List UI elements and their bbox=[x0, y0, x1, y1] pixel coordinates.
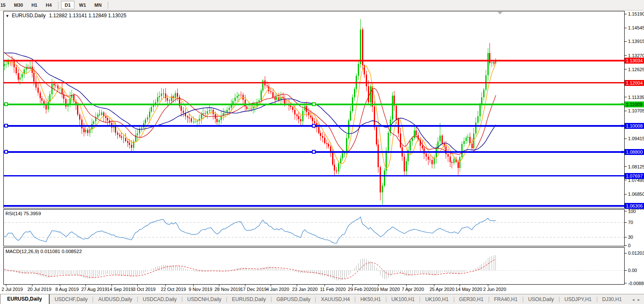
chart-tab-7-xauusdh4[interactable]: XAUUSD,H4 bbox=[316, 294, 355, 304]
svg-text:2 Jun 2020: 2 Jun 2020 bbox=[483, 287, 506, 292]
chart-tab-15-dj30h1[interactable]: DJ30,H1 bbox=[597, 294, 627, 304]
collapse-chart-icon[interactable]: ▼ bbox=[5, 14, 9, 18]
svg-text:27 Aug 2019: 27 Aug 2019 bbox=[81, 287, 107, 292]
svg-text:29 Feb 2020: 29 Feb 2020 bbox=[348, 287, 374, 292]
svg-text:1.15190: 1.15190 bbox=[628, 11, 644, 16]
svg-text:14 May 2020: 14 May 2020 bbox=[455, 287, 482, 292]
symbol-tab-bar: EURUSD,DailyUSDCHF,DailyAUDUSD,DailyUSDC… bbox=[0, 294, 644, 304]
svg-text:20 Jul 2019: 20 Jul 2019 bbox=[27, 287, 51, 292]
chart-tab-5-eurusddaily[interactable]: EURUSD,Daily bbox=[227, 294, 271, 304]
timeframe-button-m30[interactable]: M30 bbox=[10, 1, 27, 9]
svg-text:2 Jul 2019: 2 Jul 2019 bbox=[2, 287, 23, 292]
svg-text:1.06306: 1.06306 bbox=[626, 203, 643, 208]
rsi-indicator-label: RSI(14) 75.3959 bbox=[5, 211, 41, 216]
chart-tab-2-audusddaily[interactable]: AUDUSD,Daily bbox=[93, 294, 137, 304]
timeframe-button-h4[interactable]: H4 bbox=[42, 1, 56, 9]
chart-tab-6-gbpusddaily[interactable]: GBPUSD,Daily bbox=[271, 294, 316, 304]
svg-text:0: 0 bbox=[628, 243, 631, 248]
rsi-panel[interactable] bbox=[4, 210, 625, 246]
svg-text:25 Apr 2020: 25 Apr 2020 bbox=[429, 287, 454, 292]
svg-text:-0.008885: -0.008885 bbox=[628, 281, 644, 286]
date-axis: 2 Jul 201920 Jul 20198 Aug 201927 Aug 20… bbox=[2, 285, 506, 292]
svg-text:1.11335: 1.11335 bbox=[628, 95, 644, 100]
toolbar-separator bbox=[108, 2, 108, 9]
chart-tab-12-fra40h1[interactable]: FRA40,H1 bbox=[489, 294, 523, 304]
svg-text:1.08125: 1.08125 bbox=[628, 164, 644, 169]
macd-indicator-label: MACD(12,26,9) 0.011081 0.008522 bbox=[5, 249, 82, 254]
svg-text:1.11009: 1.11009 bbox=[626, 102, 642, 107]
tab-scroll-left-icon[interactable]: ◂ bbox=[632, 297, 634, 302]
tab-scroll-nav: ◂▸ bbox=[628, 294, 644, 304]
rsi-value: 75.3959 bbox=[24, 211, 41, 216]
hline-axis-handle[interactable] bbox=[621, 151, 623, 153]
svg-text:7 Apr 2020: 7 Apr 2020 bbox=[402, 287, 424, 292]
svg-text:0.00: 0.00 bbox=[628, 268, 637, 273]
svg-text:1.12004: 1.12004 bbox=[626, 80, 643, 85]
chart-tab-8-hk50h1[interactable]: HK50,H1 bbox=[355, 294, 386, 304]
svg-text:9 Nov 2019: 9 Nov 2019 bbox=[189, 287, 212, 292]
timeframe-button-h1[interactable]: H1 bbox=[28, 1, 41, 9]
chart-symbol-label: EURUSD,Daily bbox=[12, 13, 46, 19]
svg-text:1.13270: 1.13270 bbox=[628, 53, 644, 58]
svg-text:14 Sep 2019: 14 Sep 2019 bbox=[107, 287, 133, 292]
macd-values: 0.011081 0.008522 bbox=[40, 249, 82, 254]
rsi-axis: 10070300 bbox=[625, 209, 636, 248]
chart-tab-0-eurusddaily[interactable]: EURUSD,Daily bbox=[0, 294, 50, 304]
chart-tab-3-usdcaddaily[interactable]: USDCAD,Daily bbox=[138, 294, 182, 304]
svg-text:1.08800: 1.08800 bbox=[626, 149, 643, 155]
svg-text:1.10008: 1.10008 bbox=[626, 123, 643, 128]
timeframe-button-15[interactable]: 15 bbox=[0, 1, 9, 9]
svg-text:1.12625: 1.12625 bbox=[628, 67, 644, 72]
timeframe-button-d1[interactable]: D1 bbox=[61, 1, 75, 9]
hline-handle[interactable] bbox=[5, 124, 8, 127]
macd-axis: 0.0120310.00-0.008885 bbox=[625, 251, 644, 285]
hline-axis-handle[interactable] bbox=[621, 125, 623, 127]
tab-scroll-right-icon[interactable]: ▸ bbox=[638, 297, 640, 302]
hline-handle[interactable] bbox=[5, 103, 8, 106]
chart-tab-9-uk100h1[interactable]: UK100,H1 bbox=[386, 294, 420, 304]
chart-tab-11-ger30h1[interactable]: GER30,H1 bbox=[454, 294, 489, 304]
hline-handle[interactable] bbox=[312, 103, 315, 106]
timeframe-toolbar: 15M30H1H4D1W1MN bbox=[0, 0, 644, 11]
svg-text:28 Nov 2019: 28 Nov 2019 bbox=[215, 287, 241, 292]
timeframe-button-w1[interactable]: W1 bbox=[75, 1, 90, 9]
svg-text:1.13034: 1.13034 bbox=[626, 58, 643, 63]
svg-text:23 Jan 2020: 23 Jan 2020 bbox=[292, 287, 318, 292]
macd-panel[interactable] bbox=[4, 248, 625, 285]
hline-axis-handle[interactable] bbox=[621, 103, 623, 105]
svg-text:1.06850: 1.06850 bbox=[628, 192, 644, 197]
price-axis: 1.151901.145451.139151.132701.126251.113… bbox=[625, 11, 644, 211]
chart-canvas[interactable]: 1.151901.145451.139151.132701.126251.113… bbox=[0, 0, 644, 304]
chart-tab-10-uk100h1[interactable]: UK100,H1 bbox=[420, 294, 453, 304]
svg-text:8 Aug 2019: 8 Aug 2019 bbox=[55, 287, 79, 292]
rsi-name: RSI(14) bbox=[5, 211, 22, 216]
chart-tab-14-usdjpyh1[interactable]: USDJPY,H1 bbox=[559, 294, 596, 304]
svg-text:1.14545: 1.14545 bbox=[628, 25, 644, 30]
terminal-window: 15M30H1H4D1W1MN 1.151901.145451.139151.1… bbox=[0, 0, 644, 304]
hline-handle[interactable] bbox=[5, 150, 8, 153]
timeframe-button-mn[interactable]: MN bbox=[90, 1, 105, 9]
chart-title: ▼EURUSD,Daily1.12882 1.13141 1.12849 1.1… bbox=[5, 13, 126, 19]
svg-text:1.10705: 1.10705 bbox=[628, 108, 644, 113]
chart-tab-13-usoildaily[interactable]: USOil,Daily bbox=[523, 294, 559, 304]
chart-ohlc-values: 1.12882 1.13141 1.12849 1.13025 bbox=[49, 13, 127, 19]
toolbar-separator bbox=[58, 2, 59, 9]
svg-text:70: 70 bbox=[628, 220, 633, 225]
svg-text:1.07697: 1.07697 bbox=[626, 173, 643, 179]
chart-tab-4-usdcnhdaily[interactable]: USDCNH,Daily bbox=[182, 294, 226, 304]
svg-text:100: 100 bbox=[628, 209, 636, 214]
chart-tab-1-usdchfdaily[interactable]: USDCHF,Daily bbox=[50, 294, 93, 304]
hline-handle[interactable] bbox=[312, 124, 315, 127]
svg-text:11 Feb 2020: 11 Feb 2020 bbox=[320, 287, 346, 292]
svg-text:0.012031: 0.012031 bbox=[628, 251, 644, 256]
svg-text:17 Dec 2019: 17 Dec 2019 bbox=[240, 287, 266, 292]
svg-text:1.13915: 1.13915 bbox=[628, 39, 644, 44]
svg-text:4 Jan 2020: 4 Jan 2020 bbox=[266, 287, 289, 292]
hline-handle[interactable] bbox=[312, 150, 315, 153]
svg-text:19 Mar 2020: 19 Mar 2020 bbox=[374, 287, 400, 292]
main-chart-panel[interactable] bbox=[4, 11, 625, 208]
svg-text:3 Oct 2019: 3 Oct 2019 bbox=[133, 287, 156, 292]
svg-text:22 Oct 2019: 22 Oct 2019 bbox=[161, 287, 186, 292]
macd-name: MACD(12,26,9) bbox=[5, 249, 39, 254]
svg-text:1.09415: 1.09415 bbox=[628, 136, 644, 141]
